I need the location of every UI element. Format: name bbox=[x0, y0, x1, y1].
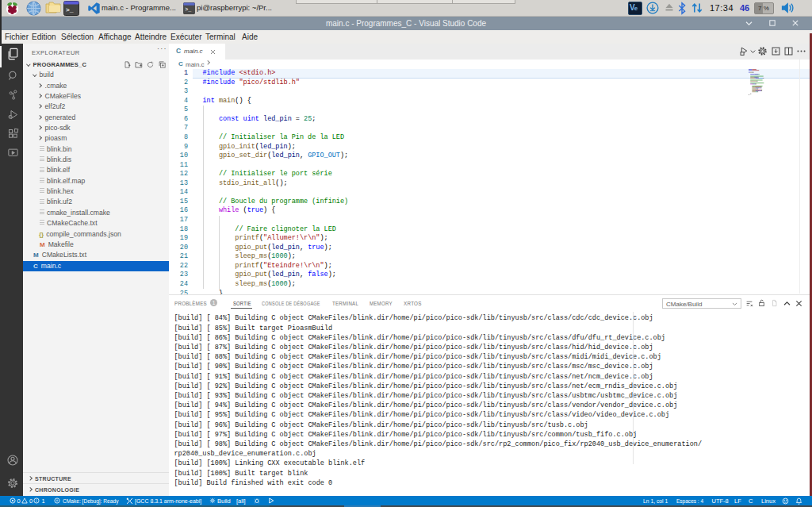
svg-text:>_: >_ bbox=[66, 6, 74, 13]
svg-text:>_: >_ bbox=[185, 6, 192, 13]
